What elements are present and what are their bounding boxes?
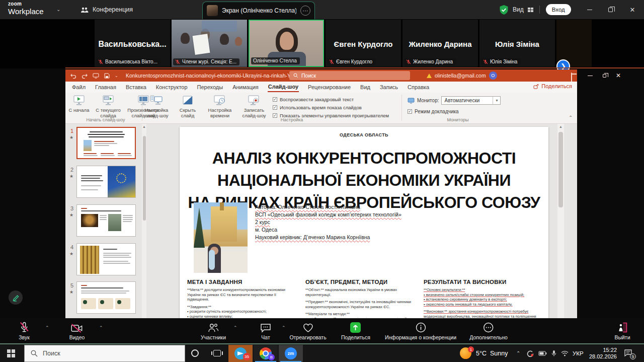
- ppt-close-button[interactable]: ✕: [612, 69, 625, 82]
- start-button[interactable]: [7, 349, 15, 357]
- scroll-up-icon[interactable]: ▲: [557, 125, 564, 128]
- share-screen-button[interactable]: Поделиться: [341, 321, 370, 340]
- presenter-view-checkbox[interactable]: Режим докладчика: [408, 109, 459, 114]
- slide-thumbnail-5[interactable]: [76, 281, 136, 314]
- participant-tile[interactable]: Юлія Зіміна Юлія Зіміна: [479, 20, 555, 67]
- play-presentation-icon: [72, 95, 86, 107]
- slide-thumbnail-2[interactable]: [76, 166, 136, 198]
- participant-tile[interactable]: Члени журі. Секція: Е...: [172, 20, 247, 67]
- annotate-button[interactable]: [9, 291, 23, 305]
- gallery-view-icon[interactable]: [528, 8, 533, 12]
- chevron-down-icon[interactable]: ⌄: [56, 7, 60, 12]
- tab-transitions[interactable]: Переходы: [197, 83, 224, 92]
- tab-options-icon[interactable]: ⋯: [300, 6, 310, 16]
- tab-home[interactable]: Главная: [95, 83, 117, 92]
- timings-checkbox[interactable]: Использовать время показа слайдов: [273, 105, 362, 110]
- account-info[interactable]: olinistella@gmail.com O: [427, 69, 497, 82]
- chat-options-chevron[interactable]: ⌃: [282, 325, 286, 330]
- setup-slideshow-button[interactable]: Настройка слайд-шоу: [142, 95, 171, 118]
- participants-options-chevron[interactable]: ⌃: [233, 325, 237, 330]
- participants-button[interactable]: Участники: [201, 321, 226, 340]
- meeting-info-button[interactable]: Информация о конференции: [385, 321, 456, 340]
- participant-tile[interactable]: Васильковська... Васильковська Вікто...: [95, 20, 170, 67]
- ribbon-display-options-icon[interactable]: [571, 73, 572, 82]
- restore-button[interactable]: [602, 0, 619, 19]
- weather-widget[interactable]: 5°C Sunny: [476, 345, 508, 362]
- security-shield-icon[interactable]: [499, 5, 509, 15]
- participant-tile-active-speaker[interactable]: Олініченко Стелла: [249, 20, 324, 67]
- tab-screen-share[interactable]: Экран (Олініченко Стелла) ⋯: [202, 2, 315, 19]
- search-icon: [293, 73, 298, 78]
- mute-button[interactable]: Звук: [19, 321, 30, 340]
- narration-checkbox[interactable]: Воспроизвести закадровый текст: [273, 97, 354, 102]
- taskbar-clock[interactable]: 15:22 28.02.2026: [588, 345, 617, 362]
- monitor-select[interactable]: Автоматически ▾: [441, 96, 501, 105]
- redo-icon[interactable]: [82, 73, 88, 79]
- taskbar-telegram[interactable]: 35: [228, 345, 253, 362]
- rehearse-timings-button[interactable]: Настройка времени: [205, 95, 234, 118]
- language-indicator[interactable]: УКР: [573, 345, 584, 362]
- collapse-ribbon-icon[interactable]: ⌃: [569, 115, 573, 120]
- from-beginning-button[interactable]: С начала: [64, 95, 94, 113]
- participant-tile[interactable]: Жиленко Дарина Жиленко Дарина: [403, 20, 478, 67]
- ppt-search-box[interactable]: Поиск: [289, 71, 410, 80]
- save-icon[interactable]: [104, 73, 110, 79]
- view-button-label[interactable]: Вид: [513, 6, 524, 13]
- participant-tile[interactable]: Євген Курдогло Євген Курдогло: [326, 20, 401, 67]
- slide-thumbnail-1[interactable]: [76, 127, 136, 159]
- checkbox-checked-icon: [273, 97, 277, 102]
- thumbnail-scrollbar[interactable]: ▲: [142, 124, 146, 318]
- mic-tray-icon[interactable]: [551, 350, 556, 357]
- photo-spire: [220, 202, 224, 210]
- tab-animations[interactable]: Анимация: [232, 83, 259, 92]
- recording-tray-icon[interactable]: [526, 350, 534, 357]
- tab-slideshow-active[interactable]: Слайд-шоу: [268, 82, 299, 92]
- battery-icon[interactable]: [538, 351, 547, 356]
- scroll-up-icon[interactable]: ▲: [142, 125, 146, 128]
- taskbar-chrome[interactable]: B: [254, 345, 278, 362]
- tab-conference[interactable]: Конференция: [80, 0, 133, 19]
- hide-slide-button[interactable]: Скрыть слайд: [173, 95, 202, 118]
- record-slideshow-button[interactable]: Записать слайд-шоу: [238, 95, 270, 118]
- scrollbar-thumb[interactable]: [143, 136, 146, 221]
- tab-file[interactable]: Файл: [71, 83, 86, 92]
- minimize-button[interactable]: [581, 0, 598, 19]
- ppt-restore-button[interactable]: [598, 69, 611, 82]
- ppt-share-button[interactable]: Поделиться: [533, 83, 572, 89]
- react-button[interactable]: Отреагировать: [289, 321, 326, 340]
- author-photo: [194, 202, 248, 273]
- wifi-icon[interactable]: [561, 350, 569, 356]
- logo-text-workplace: Workplace: [8, 8, 44, 15]
- tab-design[interactable]: Конструктор: [155, 83, 188, 92]
- task-view-icon[interactable]: [213, 350, 221, 356]
- tab-view[interactable]: Вид: [360, 83, 371, 92]
- video-button[interactable]: Видео: [69, 321, 85, 340]
- slide-thumbnail-4[interactable]: [76, 243, 136, 275]
- slide-column-results: РЕЗУЛЬТАТИ ТА ВИСНОВКИ **Основні результ…: [424, 279, 542, 318]
- slide-thumbnail-3[interactable]: [76, 204, 136, 237]
- from-current-slide-button[interactable]: С текущего слайда: [94, 95, 123, 118]
- chat-button[interactable]: Чат: [260, 321, 271, 340]
- taskbar-search[interactable]: Поиск: [24, 345, 185, 362]
- present-icon[interactable]: [93, 73, 99, 79]
- tab-insert[interactable]: Вставка: [125, 83, 147, 92]
- tab-help[interactable]: Справка: [407, 83, 430, 92]
- leave-button[interactable]: Выйти: [614, 321, 630, 340]
- ppt-minimize-button[interactable]: [584, 69, 597, 82]
- tab-review[interactable]: Рецензирование: [307, 83, 351, 92]
- tab-record[interactable]: Запись: [379, 83, 398, 92]
- scrollbar-thumb[interactable]: [558, 132, 563, 207]
- close-button[interactable]: ✕: [624, 0, 641, 19]
- slide-scrollbar[interactable]: ▲: [557, 124, 564, 318]
- video-options-chevron[interactable]: ⌃: [99, 325, 103, 330]
- slide-canvas[interactable]: ОДЕСЬКА ОБЛАСТЬ АНАЛІЗ КОНКУРЕНТОСПРОМОЖ…: [180, 127, 548, 318]
- cortana-icon[interactable]: [191, 349, 199, 357]
- audio-options-chevron[interactable]: ⌃: [45, 325, 49, 330]
- signin-button[interactable]: Вход: [546, 4, 571, 15]
- tray-expand-chevron[interactable]: ⌃: [516, 350, 520, 356]
- customize-qat-icon[interactable]: ⌄: [115, 74, 118, 78]
- animation-star-icon: ★: [69, 174, 73, 179]
- undo-icon[interactable]: [70, 73, 76, 79]
- more-button[interactable]: Дополнительно: [469, 321, 508, 340]
- taskbar-zoom[interactable]: zm: [279, 345, 303, 362]
